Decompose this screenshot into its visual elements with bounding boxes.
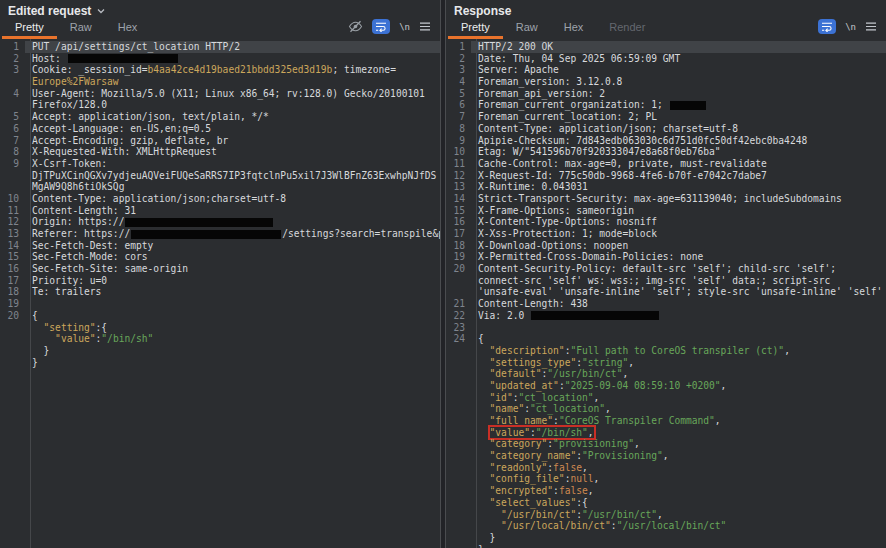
code-row[interactable]: "category_name":"Provisioning", bbox=[446, 450, 886, 462]
code-row[interactable]: 19 bbox=[0, 298, 440, 310]
code-row[interactable]: 1PUT /api/settings/ct_location HTTP/2 bbox=[0, 41, 440, 53]
code-row[interactable]: 5Accept: application/json, text/plain, *… bbox=[0, 111, 440, 123]
code-row[interactable]: connect-src 'self' ws: wss:; img-src 'se… bbox=[446, 275, 886, 287]
code-row[interactable]: "select_values":{ bbox=[446, 497, 886, 509]
code-row[interactable]: "value":"/bin/sh" bbox=[0, 333, 440, 345]
code-row[interactable]: "category":"provisioning", bbox=[446, 438, 886, 450]
code-row[interactable]: 3Server: Apache bbox=[446, 64, 886, 76]
code-row[interactable]: 6Accept-Language: en-US,en;q=0.5 bbox=[0, 123, 440, 135]
code-row[interactable]: 8Content-Type: application/json; charset… bbox=[446, 123, 886, 135]
code-text: /settings?search=transpile&page=1 bbox=[282, 228, 440, 239]
code-row[interactable]: 20{ bbox=[0, 310, 440, 322]
code-row[interactable]: "default":"/usr/bin/ct", bbox=[446, 368, 886, 380]
menu-icon[interactable] bbox=[419, 22, 431, 31]
code-row[interactable]: 17Priority: u=0 bbox=[0, 275, 440, 287]
word-wrap-icon[interactable] bbox=[818, 19, 836, 34]
code-row[interactable]: 15Sec-Fetch-Mode: cors bbox=[0, 251, 440, 263]
code-row[interactable]: 4User-Agent: Mozilla/5.0 (X11; Linux x86… bbox=[0, 88, 440, 100]
menu-icon[interactable] bbox=[865, 22, 877, 31]
newline-icon[interactable]: \n bbox=[845, 22, 856, 32]
code-row[interactable]: 18Te: trailers bbox=[0, 286, 440, 298]
code-row[interactable]: 15X-Frame-Options: sameorigin bbox=[446, 205, 886, 217]
code-row[interactable]: "name":"ct_location", bbox=[446, 403, 886, 415]
code-row[interactable]: "/usr/local/bin/ct":"/usr/local/bin/ct" bbox=[446, 520, 886, 532]
code-row[interactable]: 19X-Permitted-Cross-Domain-Policies: non… bbox=[446, 251, 886, 263]
code-row[interactable]: } bbox=[446, 544, 886, 548]
code-text: :{ bbox=[576, 497, 588, 508]
code-row[interactable]: 10Content-Type: application/json;charset… bbox=[0, 193, 440, 205]
code-row[interactable]: 'unsafe-eval' 'unsafe-inline' 'self'; st… bbox=[446, 286, 886, 298]
code-row[interactable]: 11Content-Length: 31 bbox=[0, 205, 440, 217]
code-row[interactable]: "updated_at":"2025-09-04 08:59:10 +0200"… bbox=[446, 380, 886, 392]
code-row[interactable]: "encrypted":false, bbox=[446, 485, 886, 497]
code-line: "full_name":"CoreOS Transpiler Command", bbox=[471, 415, 886, 427]
code-row[interactable]: 3Cookie: _session_id=b4aa42ce4d19baed21b… bbox=[0, 64, 440, 76]
tab-response-pretty[interactable]: Pretty bbox=[448, 18, 503, 39]
tab-request-raw[interactable]: Raw bbox=[57, 18, 105, 39]
code-row[interactable]: 11Cache-Control: max-age=0, private, mus… bbox=[446, 158, 886, 170]
tab-response-render[interactable]: Render bbox=[596, 18, 658, 39]
code-row[interactable]: "description":"Full path to CoreOS trans… bbox=[446, 345, 886, 357]
code-row[interactable]: 5Foreman_api_version: 2 bbox=[446, 88, 886, 100]
code-row[interactable]: 16Sec-Fetch-Site: same-origin bbox=[0, 263, 440, 275]
chevron-down-icon[interactable] bbox=[96, 7, 106, 15]
code-row[interactable]: "/usr/bin/ct":"/usr/bin/ct", bbox=[446, 509, 886, 521]
eye-slash-icon[interactable] bbox=[348, 20, 363, 33]
code-row[interactable]: 16X-Content-Type-Options: nosniff bbox=[446, 216, 886, 228]
code-row[interactable]: "id":"ct_location", bbox=[446, 392, 886, 404]
code-row[interactable]: 22Via: 2.0 bbox=[446, 310, 886, 322]
code-row[interactable]: } bbox=[0, 345, 440, 357]
code-row[interactable]: 14Sec-Fetch-Dest: empty bbox=[0, 240, 440, 252]
tab-response-raw[interactable]: Raw bbox=[503, 18, 551, 39]
code-row[interactable]: 12X-Request-Id: 775c50db-9968-4fe6-b70f-… bbox=[446, 170, 886, 182]
line-number bbox=[446, 403, 471, 415]
code-row[interactable]: 9X-Csrf-Token: bbox=[0, 158, 440, 170]
code-row[interactable]: } bbox=[0, 357, 440, 369]
code-row[interactable]: 13X-Runtime: 0.043031 bbox=[446, 181, 886, 193]
code-row[interactable]: 10Etag: W/"541596b70f920333047e8a68f0eb7… bbox=[446, 146, 886, 158]
code-text: Foreman_current_location: 2; PL bbox=[478, 111, 657, 122]
code-row[interactable]: 20Content-Security-Policy: default-src '… bbox=[446, 263, 886, 275]
code-row[interactable]: 7Foreman_current_location: 2; PL bbox=[446, 111, 886, 123]
code-row[interactable]: 9Apipie-Checksum: 7d843edb063030c6d751d0… bbox=[446, 135, 886, 147]
code-row[interactable]: MgAW9Q8h6tiOkSQg bbox=[0, 181, 440, 193]
code-row[interactable]: 23 bbox=[446, 322, 886, 334]
code-row[interactable]: 24{ bbox=[446, 333, 886, 345]
code-row[interactable]: 12Origin: https:// bbox=[0, 216, 440, 228]
code-row[interactable]: DjTPuXCinQGXv7ydjeuAQVeiFUQeSaRRS7IP3fqt… bbox=[0, 170, 440, 182]
code-row[interactable]: "setting":{ bbox=[0, 322, 440, 334]
code-row[interactable]: 17X-Xss-Protection: 1; mode=block bbox=[446, 228, 886, 240]
code-row[interactable]: 2Date: Thu, 04 Sep 2025 06:59:09 GMT bbox=[446, 53, 886, 65]
response-editor[interactable]: 1HTTP/2 200 OK2Date: Thu, 04 Sep 2025 06… bbox=[446, 39, 886, 548]
code-row[interactable]: "config_file":null, bbox=[446, 473, 886, 485]
code-text bbox=[478, 438, 490, 449]
code-row[interactable]: 14Strict-Transport-Security: max-age=631… bbox=[446, 193, 886, 205]
code-text: X-Frame-Options: sameorigin bbox=[478, 205, 634, 216]
code-row[interactable]: 4Foreman_version: 3.12.0.8 bbox=[446, 76, 886, 88]
tab-request-hex[interactable]: Hex bbox=[105, 18, 151, 39]
code-row[interactable]: "readonly":false, bbox=[446, 462, 886, 474]
tab-request-pretty[interactable]: Pretty bbox=[2, 18, 57, 39]
code-row[interactable]: "full_name":"CoreOS Transpiler Command", bbox=[446, 415, 886, 427]
code-row[interactable]: "settings_type":"string", bbox=[446, 357, 886, 369]
code-row[interactable]: 21Content-Length: 438 bbox=[446, 298, 886, 310]
code-row[interactable]: 13Referer: https:///settings?search=tran… bbox=[0, 228, 440, 240]
request-editor[interactable]: 1PUT /api/settings/ct_location HTTP/22Ho… bbox=[0, 39, 440, 548]
code-text: Content-Security-Policy: default-src 'se… bbox=[478, 263, 836, 274]
code-row[interactable]: 2Host: bbox=[0, 53, 440, 65]
code-row[interactable]: "value":"/bin/sh", bbox=[446, 427, 886, 439]
request-panel-header[interactable]: Edited request bbox=[0, 0, 440, 18]
code-row[interactable]: 18X-Download-Options: noopen bbox=[446, 240, 886, 252]
code-row[interactable]: 1HTTP/2 200 OK bbox=[446, 41, 886, 53]
code-row[interactable]: 8X-Requested-With: XMLHttpRequest bbox=[0, 146, 440, 158]
tab-response-hex[interactable]: Hex bbox=[551, 18, 597, 39]
code-text: "category" bbox=[490, 438, 548, 449]
code-row[interactable]: 6Foreman_current_organization: 1; bbox=[446, 99, 886, 111]
code-row[interactable]: } bbox=[446, 532, 886, 544]
newline-icon[interactable]: \n bbox=[399, 22, 410, 32]
code-row[interactable]: Firefox/128.0 bbox=[0, 99, 440, 111]
word-wrap-icon[interactable] bbox=[372, 19, 390, 34]
code-row[interactable]: Europe%2FWarsaw bbox=[0, 76, 440, 88]
code-row[interactable]: 7Accept-Encoding: gzip, deflate, br bbox=[0, 135, 440, 147]
line-number: 24 bbox=[446, 333, 471, 345]
